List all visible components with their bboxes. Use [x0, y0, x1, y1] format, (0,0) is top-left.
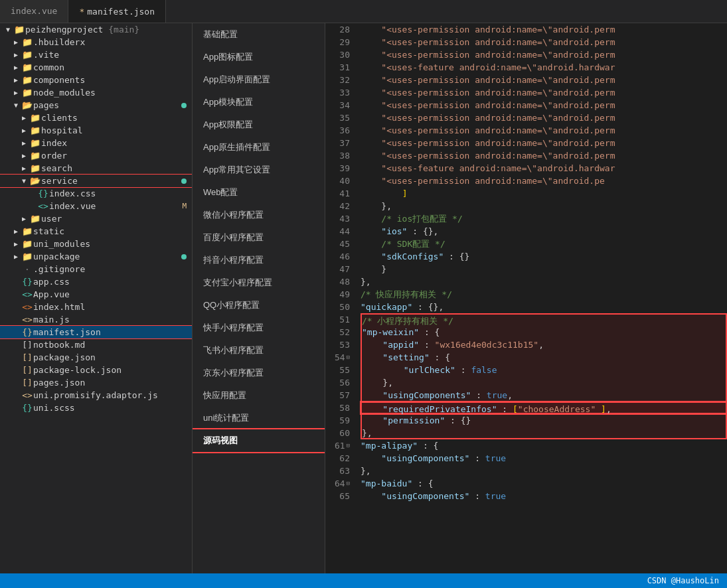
folder-icon: 📁	[21, 75, 33, 85]
folder-icon: 📁	[21, 50, 33, 60]
sidebar-item-label: hospital	[41, 125, 192, 135]
chevron-right-icon: ▶	[19, 139, 29, 147]
line-num-65: 65	[325, 490, 350, 502]
sidebar-item-search[interactable]: ▶ 📁 search	[0, 162, 192, 175]
sidebar-item-manifest-json[interactable]: ▶ {} manifest.json	[0, 326, 192, 338]
sidebar-item-label: node_modules	[33, 88, 192, 98]
sidebar-item-common[interactable]: ▶ 📁 common	[0, 61, 192, 74]
scss-file-icon: {}	[21, 403, 33, 413]
code-line-36: "<uses-permission android:name=\"android…	[361, 124, 727, 137]
sidebar-item-index[interactable]: ▶ 📁 index	[0, 137, 192, 149]
editor-panel[interactable]: 28 29 30 31 32 33 34 35 36 37 38 39 40 4…	[325, 23, 727, 573]
sidebar-item-uni-promisify[interactable]: ▶ <> uni.promisify.adaptor.js	[0, 389, 192, 402]
js-file-icon: <>	[21, 390, 33, 400]
sidebar-item-main-js[interactable]: ▶ <> main.js	[0, 313, 192, 326]
folder-icon: 📁	[21, 252, 33, 261]
config-item-qq[interactable]: QQ小程序配置	[193, 294, 325, 317]
chevron-right-icon: ▶	[19, 114, 29, 121]
config-item-douyin[interactable]: 抖音小程序配置	[193, 249, 325, 271]
sidebar-item-label: search	[41, 163, 192, 173]
config-item-feishu[interactable]: 飞书小程序配置	[193, 339, 325, 362]
config-item-basic[interactable]: 基础配置	[193, 23, 325, 46]
config-item-alipay[interactable]: 支付宝小程序配置	[193, 271, 325, 294]
line-num-61: 61 ⊟	[325, 439, 350, 452]
branch-label: {main}	[108, 25, 139, 35]
line-num-49: 49	[325, 288, 350, 301]
code-line-40: "<uses-permission android:name=\"android…	[361, 175, 727, 187]
json-file-icon: []	[21, 365, 33, 375]
sidebar-item-service[interactable]: ▼ 📂 service	[0, 175, 192, 187]
code-line-64: "mp-baidu" : {	[361, 477, 727, 490]
m-badge: M	[182, 202, 187, 210]
chevron-right-icon: ▶	[11, 228, 21, 235]
sidebar-item-node-modules[interactable]: ▶ 📁 node_modules	[0, 86, 192, 99]
sidebar-item-vite[interactable]: ▶ 📁 .vite	[0, 48, 192, 61]
config-item-app-icon[interactable]: App图标配置	[193, 46, 325, 68]
chevron-right-icon: ▶	[11, 38, 21, 46]
sidebar-item-app-vue[interactable]: ▶ <> App.vue	[0, 288, 192, 301]
line-num-43: 43	[325, 212, 350, 225]
sidebar-item-package-lock-json[interactable]: ▶ [] package-lock.json	[0, 364, 192, 376]
sidebar-item-uni-modules[interactable]: ▶ 📁 uni_modules	[0, 238, 192, 250]
chevron-down-icon: ▼	[11, 102, 21, 109]
config-item-app-other[interactable]: App常用其它设置	[193, 159, 325, 181]
sidebar-item-package-json[interactable]: ▶ [] package.json	[0, 351, 192, 364]
sidebar-item-service-index-css[interactable]: ▶ {} index.css	[0, 187, 192, 200]
config-item-app-splash[interactable]: App启动界面配置	[193, 68, 325, 91]
config-item-baidu[interactable]: 百度小程序配置	[193, 226, 325, 249]
sidebar-item-clients[interactable]: ▶ 📁 clients	[0, 111, 192, 124]
sidebar-item-label: clients	[41, 113, 192, 123]
line-num-34: 34	[325, 99, 350, 111]
project-name: peizhengproject {main}	[25, 25, 192, 35]
sidebar-item-pages[interactable]: ▼ 📂 pages	[0, 99, 192, 111]
chevron-right-icon: ▶	[19, 152, 29, 159]
sidebar-item-unpackage[interactable]: ▶ 📁 unpackage	[0, 250, 192, 263]
config-item-quickapp[interactable]: 快应用配置	[193, 384, 325, 407]
json-file-icon: {}	[21, 327, 33, 337]
line-num-28: 28	[325, 23, 350, 36]
config-item-jingdong[interactable]: 京东小程序配置	[193, 362, 325, 384]
config-item-source-view[interactable]: 源码视图	[193, 429, 325, 452]
sidebar-item-app-css[interactable]: ▶ {} app.css	[0, 275, 192, 288]
sidebar-item-index-html[interactable]: ▶ <> index.html	[0, 301, 192, 313]
sidebar-item-static[interactable]: ▶ 📁 static	[0, 225, 192, 238]
config-item-app-module[interactable]: App模块配置	[193, 91, 325, 113]
code-line-57: "usingComponents" : true,	[361, 389, 727, 402]
sidebar-item-hbuilderx[interactable]: ▶ 📁 .hbuilderx	[0, 36, 192, 48]
code-content: "<uses-permission android:name=\"android…	[355, 23, 727, 573]
tab-index-vue[interactable]: index.vue	[0, 0, 68, 23]
config-item-web[interactable]: Web配置	[193, 181, 325, 204]
sidebar-item-label: order	[41, 151, 192, 161]
chevron-down-icon: ▼	[19, 177, 29, 184]
config-item-wechat[interactable]: 微信小程序配置	[193, 204, 325, 226]
css-file-icon: {}	[21, 277, 33, 287]
tab-manifest-json[interactable]: * manifest.json	[68, 0, 166, 23]
line-num-62: 62	[325, 452, 350, 465]
sidebar-item-pages-json[interactable]: ▶ [] pages.json	[0, 376, 192, 389]
line-num-40: 40	[325, 175, 350, 187]
sidebar-item-gitignore[interactable]: ▶ · .gitignore	[0, 263, 192, 275]
sidebar-item-notbook-md[interactable]: ▶ [] notbook.md	[0, 338, 192, 351]
sidebar-item-uni-scss[interactable]: ▶ {} uni.scss	[0, 402, 192, 414]
config-item-kuaishou[interactable]: 快手小程序配置	[193, 317, 325, 339]
config-item-app-permission[interactable]: App权限配置	[193, 113, 325, 136]
sidebar-item-service-index-vue[interactable]: ▶ <> index.vue M	[0, 200, 192, 212]
line-num-51: 51	[325, 313, 350, 326]
modified-badge	[181, 103, 187, 108]
sidebar-project-root[interactable]: ▼ 📁 peizhengproject {main}	[0, 23, 192, 36]
code-line-46: "sdkConfigs" : {}	[361, 250, 727, 263]
tab-label: index.vue	[11, 6, 57, 16]
config-item-app-native[interactable]: App原生插件配置	[193, 136, 325, 159]
sidebar-item-label: .hbuilderx	[33, 37, 192, 47]
chevron-right-icon: ▶	[19, 165, 29, 172]
config-item-uni-stat[interactable]: uni统计配置	[193, 407, 325, 429]
sidebar-item-hospital[interactable]: ▶ 📁 hospital	[0, 124, 192, 137]
code-line-42: },	[361, 200, 727, 212]
line-num-39: 39	[325, 162, 350, 175]
sidebar-item-components[interactable]: ▶ 📁 components	[0, 74, 192, 86]
sidebar-item-label: uni_modules	[33, 239, 192, 249]
line-numbers: 28 29 30 31 32 33 34 35 36 37 38 39 40 4…	[325, 23, 355, 573]
sidebar-item-order[interactable]: ▶ 📁 order	[0, 149, 192, 162]
sidebar-item-label: .vite	[33, 50, 192, 60]
sidebar-item-user[interactable]: ▶ 📁 user	[0, 212, 192, 225]
